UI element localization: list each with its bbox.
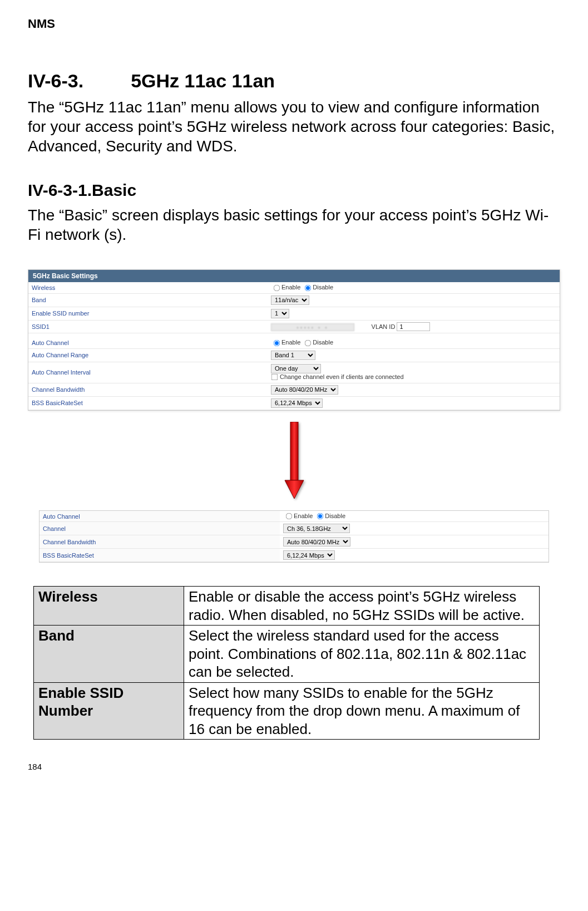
vlan-id-input[interactable]: [397, 322, 430, 331]
bss2-select[interactable]: 6,12,24 Mbps: [283, 550, 335, 560]
label2-bss: BSS BasicRateSet: [39, 549, 280, 562]
row2-ch-bw: Channel Bandwidth Auto 80/40/20 MHz: [39, 535, 549, 549]
settings-panel-2: Auto Channel Enable Disable Channel Ch 3…: [39, 510, 549, 563]
row-band: Band 11a/n/ac: [28, 293, 560, 307]
intro-paragraph: The “5GHz 11ac 11an” menu allows you to …: [28, 97, 560, 156]
auto-interval-select[interactable]: One day: [271, 364, 321, 373]
row-wireless: Wireless Enable Disable: [28, 282, 560, 293]
svg-rect-0: [290, 422, 298, 480]
row-enable-ssid: Enable SSID number 1: [28, 307, 560, 320]
label2-channel: Channel: [39, 522, 280, 535]
label-auto-interval: Auto Channel Interval: [28, 362, 268, 383]
desc-t-ssidnum: Select how many SSIDs to enable for the …: [184, 682, 540, 740]
table-row: Band Select the wireless standard used f…: [34, 626, 540, 683]
row2-bss: BSS BasicRateSet 6,12,24 Mbps: [39, 549, 549, 562]
row2-auto-channel: Auto Channel Enable Disable: [39, 511, 549, 522]
table-row: Wireless Enable or disable the access po…: [34, 587, 540, 626]
row-auto-channel: Auto Channel Enable Disable: [28, 337, 560, 348]
wireless-enable-radio[interactable]: [274, 284, 280, 291]
subsection-heading: IV-6-3-1.Basic: [28, 181, 560, 200]
row-bss: BSS BasicRateSet 6,12,24 Mbps: [28, 396, 560, 410]
vlan-id-label: VLAN ID: [372, 323, 396, 330]
row-ssid1: SSID1 ▪▪▪▪▪ ▪ ▪ VLAN ID: [28, 320, 560, 333]
change-channel-label: Change channel even if clients are conne…: [280, 373, 404, 380]
settings-table-1: Wireless Enable Disable Band 11a/n/ac En…: [28, 282, 560, 410]
desc-t-band: Select the wireless standard used for th…: [184, 626, 540, 683]
settings-panel-1: 5GHz Basic Settings Wireless Enable Disa…: [28, 269, 560, 411]
wireless-disable-radio[interactable]: [305, 284, 312, 291]
auto-channel2-enable-label: Enable: [294, 513, 313, 519]
panel-title: 5GHz Basic Settings: [28, 270, 560, 282]
enable-ssid-select[interactable]: 1: [271, 309, 289, 318]
band-select[interactable]: 11a/n/ac: [271, 296, 309, 305]
subsection-title: Basic: [92, 181, 136, 199]
ssid1-input[interactable]: ▪▪▪▪▪ ▪ ▪: [271, 323, 354, 331]
wireless-enable-label: Enable: [281, 284, 300, 290]
label-band: Band: [28, 293, 268, 307]
ch-bw-select[interactable]: Auto 80/40/20 MHz: [271, 385, 338, 395]
desc-t-wireless: Enable or disable the access point’s 5GH…: [184, 587, 540, 626]
label-ch-bw: Channel Bandwidth: [28, 383, 268, 396]
auto-channel-disable-radio[interactable]: [305, 339, 312, 346]
desc-h-ssidnum: Enable SSID Number: [34, 682, 184, 740]
label2-auto-channel: Auto Channel: [39, 511, 280, 522]
section-title: 5GHz 11ac 11an: [131, 70, 275, 91]
row-auto-interval: Auto Channel Interval One day Change cha…: [28, 362, 560, 383]
auto-channel-enable-label: Enable: [281, 339, 300, 346]
subsection-number: IV-6-3-1.: [28, 181, 92, 199]
bss-select[interactable]: 6,12,24 Mbps: [271, 398, 323, 408]
label-wireless: Wireless: [28, 282, 268, 293]
row-auto-range: Auto Channel Range Band 1: [28, 348, 560, 362]
label-bss: BSS BasicRateSet: [28, 396, 268, 410]
auto-range-select[interactable]: Band 1: [271, 351, 315, 360]
change-channel-checkbox[interactable]: [271, 374, 278, 381]
auto-channel2-disable-label: Disable: [325, 513, 345, 519]
svg-marker-1: [285, 480, 304, 499]
label-enable-ssid: Enable SSID number: [28, 307, 268, 320]
settings-table-2: Auto Channel Enable Disable Channel Ch 3…: [39, 511, 549, 563]
section-heading: IV-6-3.5GHz 11ac 11an: [28, 70, 560, 92]
label2-ch-bw: Channel Bandwidth: [39, 535, 280, 549]
subsection-paragraph: The “Basic” screen displays basic settin…: [28, 205, 560, 244]
table-row: Enable SSID Number Select how many SSIDs…: [34, 682, 540, 740]
row-ch-bw: Channel Bandwidth Auto 80/40/20 MHz: [28, 383, 560, 396]
label-auto-range: Auto Channel Range: [28, 348, 268, 362]
section-number: IV-6-3.: [28, 70, 83, 92]
channel-select[interactable]: Ch 36, 5.18GHz: [283, 524, 350, 533]
auto-channel2-disable-radio[interactable]: [317, 513, 324, 520]
desc-h-wireless: Wireless: [34, 587, 184, 626]
label-ssid1: SSID1: [28, 320, 268, 333]
doc-header: NMS: [28, 17, 560, 31]
auto-channel-disable-label: Disable: [313, 339, 333, 346]
wireless-disable-label: Disable: [313, 284, 333, 290]
page-number: 184: [28, 762, 560, 771]
auto-channel2-enable-radio[interactable]: [286, 513, 293, 520]
ch-bw2-select[interactable]: Auto 80/40/20 MHz: [283, 537, 350, 546]
desc-h-band: Band: [34, 626, 184, 683]
row2-channel: Channel Ch 36, 5.18GHz: [39, 522, 549, 535]
description-table: Wireless Enable or disable the access po…: [33, 586, 540, 740]
down-arrow-icon: [28, 422, 560, 502]
label-auto-channel: Auto Channel: [28, 337, 268, 348]
auto-channel-enable-radio[interactable]: [274, 339, 280, 346]
